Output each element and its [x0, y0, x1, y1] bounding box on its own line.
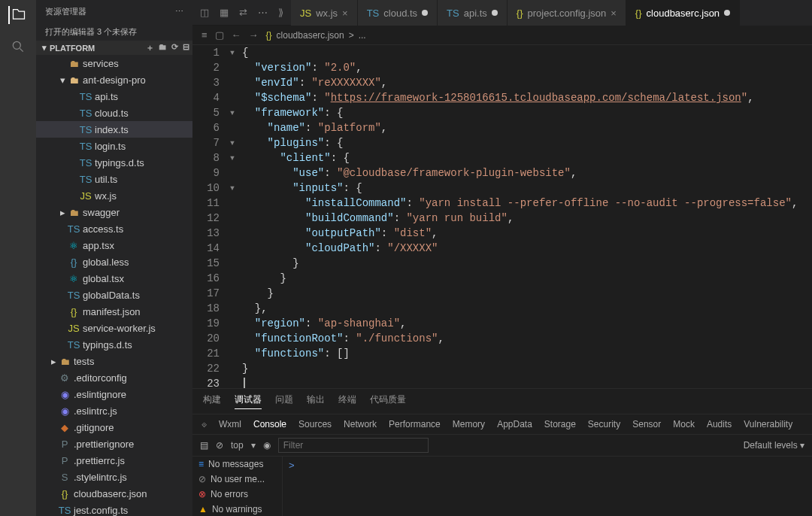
refresh-icon[interactable]: ⟳	[171, 42, 178, 53]
fold-icon[interactable]	[227, 271, 238, 286]
devtools-tab[interactable]: Storage	[544, 419, 576, 429]
fold-icon[interactable]: ▾	[227, 150, 238, 165]
search-view-icon[interactable]	[9, 38, 27, 56]
tree-item[interactable]: ◉.eslintrc.js	[36, 402, 192, 419]
editor-tabs[interactable]: JSwx.js×TScloud.tsTSapi.ts{}project.conf…	[291, 0, 812, 26]
devtools-tab[interactable]: Mock	[673, 419, 695, 429]
tree-item[interactable]: ⚛global.tsx	[36, 270, 192, 287]
open-editors-label[interactable]: 打开的编辑器 3 个未保存	[36, 23, 192, 41]
fold-icon[interactable]	[227, 90, 238, 105]
levels-select[interactable]: Default levels ▾	[744, 440, 804, 451]
devtools-tab[interactable]: Memory	[453, 419, 485, 429]
fold-icon[interactable]: ▾	[227, 105, 238, 120]
panel-tab[interactable]: 问题	[275, 393, 293, 409]
fold-icon[interactable]	[227, 346, 238, 361]
devtools-tab[interactable]: Console	[253, 419, 286, 429]
project-section[interactable]: ▾ PLATFORM ＋ 🖿 ⟳ ⊟	[36, 41, 192, 55]
tree-item[interactable]: TStypings.d.ts	[36, 336, 192, 353]
fold-icon[interactable]	[227, 165, 238, 181]
toggle-icon[interactable]: ⇄	[239, 7, 247, 18]
editor-tab[interactable]: TSapi.ts	[438, 0, 508, 26]
devtools-tab[interactable]: Wxml	[219, 419, 241, 429]
tree-item[interactable]: ⚛app.tsx	[36, 237, 192, 253]
tree-item[interactable]: ⚙.editorconfig	[36, 369, 192, 386]
fold-icon[interactable]	[227, 75, 238, 90]
console-output[interactable]: >	[283, 457, 812, 516]
tree-item[interactable]: TStypings.d.ts	[36, 154, 192, 171]
tree-item[interactable]: TSlogin.ts	[36, 138, 192, 154]
fold-icon[interactable]	[227, 361, 238, 376]
split-icon[interactable]: ◫	[200, 7, 209, 18]
console-summary-row[interactable]: ⊘No user me...	[192, 472, 282, 487]
editor-tab[interactable]: JSwx.js×	[291, 0, 358, 26]
editor-tab[interactable]: {}cloudbaserc.json	[626, 0, 740, 26]
tree-item[interactable]: ▸🖿tests	[36, 353, 192, 369]
bookmark-icon[interactable]: ▢	[215, 29, 224, 41]
fold-icon[interactable]	[227, 286, 238, 301]
panel-tabs[interactable]: 构建调试器问题输出终端代码质量	[192, 389, 812, 414]
fold-icon[interactable]: ▾	[227, 181, 238, 196]
console-summary[interactable]: ≡No messages⊘No user me...⊗No errors▲No …	[192, 457, 283, 516]
panel-tab[interactable]: 构建	[203, 393, 221, 409]
back-icon[interactable]: ←	[232, 29, 241, 41]
inspect-icon[interactable]: ⟐	[201, 419, 207, 429]
new-folder-icon[interactable]: 🖿	[159, 42, 167, 53]
tree-item[interactable]: TSaccess.ts	[36, 220, 192, 237]
devtools-tabs[interactable]: ⟐ WxmlConsoleSourcesNetworkPerformanceMe…	[192, 414, 812, 435]
console-summary-row[interactable]: ▲No warnings	[192, 502, 282, 516]
tree-item[interactable]: {}cloudbaserc.json	[36, 485, 192, 502]
run-icon[interactable]: ⟫	[278, 7, 283, 18]
devtools-tab[interactable]: Network	[344, 419, 377, 429]
layout-icon[interactable]: ▦	[220, 7, 229, 18]
code-content[interactable]: { "version": "2.0", "envId": "reXXXXXXX"…	[238, 45, 812, 388]
tree-item[interactable]: TSutil.ts	[36, 171, 192, 187]
fold-icon[interactable]	[227, 316, 238, 331]
devtools-tab[interactable]: Sensor	[632, 419, 661, 429]
devtools-tab[interactable]: Audits	[707, 419, 732, 429]
tree-item[interactable]: S.stylelintrc.js	[36, 469, 192, 485]
file-tree[interactable]: 🖿services▾🖿ant-design-proTSapi.tsTScloud…	[36, 55, 192, 516]
eye-icon[interactable]: ◉	[263, 440, 271, 451]
tree-item[interactable]: JSwx.js	[36, 187, 192, 204]
tree-item[interactable]: ▾🖿ant-design-pro	[36, 71, 192, 88]
more-icon[interactable]: ⋯	[175, 7, 183, 17]
breadcrumb[interactable]: {} cloudbaserc.json > ...	[266, 30, 366, 41]
more-icon2[interactable]: ⋯	[258, 7, 268, 18]
fold-icon[interactable]	[227, 211, 238, 226]
sidebar-toggle-icon[interactable]: ▤	[200, 440, 208, 451]
tree-item[interactable]: ▸🖿swagger	[36, 204, 192, 220]
tree-item[interactable]: TSapi.ts	[36, 88, 192, 105]
devtools-tab[interactable]: Vulnerability	[744, 419, 792, 429]
devtools-tab[interactable]: AppData	[497, 419, 532, 429]
explorer-icon[interactable]	[8, 6, 26, 24]
filter-input[interactable]	[278, 438, 429, 453]
new-file-icon[interactable]: ＋	[146, 42, 154, 53]
fold-icon[interactable]	[227, 60, 238, 75]
tree-item[interactable]: {}manifest.json	[36, 303, 192, 320]
devtools-tab[interactable]: Sources	[298, 419, 332, 429]
tree-item[interactable]: ◆.gitignore	[36, 419, 192, 436]
fold-icon[interactable]	[227, 376, 238, 388]
fold-icon[interactable]	[227, 226, 238, 241]
devtools-tab[interactable]: Performance	[389, 419, 441, 429]
tree-item[interactable]: TScloud.ts	[36, 105, 192, 121]
tree-item[interactable]: {}global.less	[36, 253, 192, 270]
editor-tab[interactable]: TScloud.ts	[358, 0, 438, 26]
devtools-tab[interactable]: Security	[588, 419, 620, 429]
clear-icon[interactable]: ⊘	[216, 440, 223, 451]
context-select[interactable]: top	[231, 440, 244, 451]
fold-icon[interactable]	[227, 120, 238, 135]
panel-tab[interactable]: 调试器	[235, 393, 262, 409]
tree-item[interactable]: TSglobalData.ts	[36, 287, 192, 303]
close-icon[interactable]: ×	[342, 8, 348, 19]
fold-icon[interactable]	[227, 331, 238, 346]
fold-icon[interactable]	[227, 301, 238, 316]
tree-item[interactable]: JSservice-worker.js	[36, 320, 192, 336]
panel-tab[interactable]: 输出	[307, 393, 325, 409]
console-summary-row[interactable]: ⊗No errors	[192, 487, 282, 502]
collapse-icon[interactable]: ⊟	[183, 42, 189, 53]
tree-item[interactable]: P.prettierignore	[36, 436, 192, 452]
editor-tab[interactable]: {}project.config.json×	[508, 0, 626, 26]
fold-icon[interactable]	[227, 241, 238, 256]
panel-tab[interactable]: 代码质量	[370, 393, 406, 409]
